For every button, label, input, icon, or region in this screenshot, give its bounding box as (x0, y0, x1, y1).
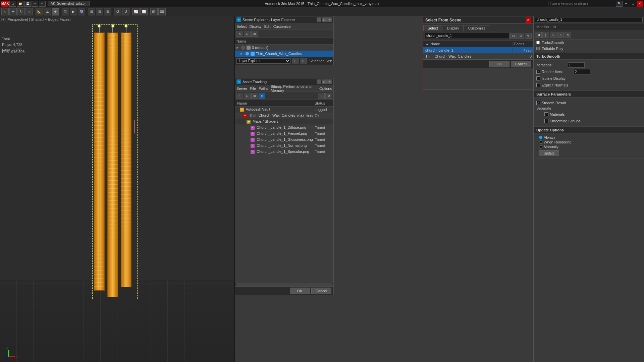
mp-render-iters-check[interactable] (536, 70, 540, 74)
sfs-row-candle[interactable]: church_candle_1 4728 (423, 47, 533, 53)
minimize-btn[interactable]: − (623, 1, 629, 7)
render-frame[interactable]: ▶ (70, 8, 77, 15)
se-menu-select[interactable]: Select (236, 24, 247, 28)
at-tool-4[interactable]: ≡ (259, 93, 265, 99)
se-foot-tool-1[interactable]: ⊡ (292, 58, 299, 64)
sfs-tab-select[interactable]: Select (423, 25, 442, 31)
layer-explorer-dropdown[interactable]: Layer Explorer (236, 58, 290, 64)
mp-radio-manually[interactable]: Manually (539, 145, 641, 149)
se-row-candles[interactable]: ▶ Thin_Church_Wax_Candles (235, 51, 333, 57)
undo-btn[interactable]: ↩ (32, 1, 38, 7)
viewport[interactable]: [+] [Perspective] | Shaded + Edged Faces… (0, 16, 235, 362)
scene-explorer-minimize[interactable]: − (317, 17, 321, 22)
mirror-tool[interactable]: ⊟ (96, 8, 103, 15)
open-btn[interactable]: 📁 (17, 1, 23, 7)
scene-explorer-close[interactable]: ✕ (327, 17, 332, 22)
sfs-name-field[interactable] (425, 33, 509, 39)
sfs-ok-button[interactable]: OK (489, 61, 509, 67)
at-tool-help[interactable]: ? (318, 93, 325, 99)
at-scrollbar-track[interactable] (236, 283, 333, 286)
at-menu-bitmap[interactable]: Bitmap Performance and Memory (271, 84, 317, 93)
at-ok-button[interactable]: OK (290, 288, 310, 294)
se-menu-edit[interactable]: Edit (264, 24, 271, 28)
mp-mod-edpoly[interactable]: Editable Poly (534, 46, 644, 52)
se-menu-customize[interactable]: Customize (273, 24, 291, 28)
mp-radio-when-rendering[interactable]: When Rendering (539, 140, 641, 144)
angle-snap[interactable]: ∠ (44, 8, 51, 15)
at-row-glossiness[interactable]: P Church_candle_1_Glossiness.png Found (235, 137, 333, 143)
search-input[interactable] (548, 1, 615, 6)
sfs-tab-customize[interactable]: Customize (464, 25, 490, 31)
curve-editor[interactable]: 📈 (132, 8, 140, 15)
at-row-normal[interactable]: P Church_candle_1_Normal.png Found (235, 143, 333, 149)
mp-smooth-check[interactable]: Smooth Result (536, 101, 566, 105)
tab-screenshot[interactable]: AK_Screenshot_wrksp_ (48, 1, 90, 6)
select-tool[interactable]: ↖ (1, 8, 9, 15)
se-tool-3[interactable]: ⊞ (251, 31, 258, 37)
at-menu-file[interactable]: File (250, 86, 256, 90)
mp-radio-always[interactable]: Always (539, 135, 641, 139)
at-row-specular[interactable]: P Church_candle_1_Specular.png Found (235, 149, 333, 155)
group-tool[interactable]: G (114, 8, 121, 15)
maximize-btn[interactable]: □ (630, 1, 636, 7)
new-btn[interactable]: □ (9, 1, 16, 7)
scale-tool[interactable]: ⤡ (25, 8, 33, 15)
mp-name-field[interactable] (535, 17, 643, 22)
dope-sheet[interactable]: 📊 (140, 8, 148, 15)
mp-materials-check[interactable]: Materials (544, 112, 565, 116)
move-tool[interactable]: ✛ (9, 8, 17, 15)
sfs-cancel-button[interactable]: Cancel (511, 61, 531, 67)
sfs-tab-display[interactable]: Display (443, 25, 464, 31)
at-tool-2[interactable]: ⊡ (244, 93, 251, 99)
scene-explorer-maximize[interactable]: □ (322, 17, 327, 22)
at-row-diffuse[interactable]: P Church_candle_1_Diffuse.png Found (235, 125, 333, 131)
active-tool[interactable]: ⊕ (52, 8, 59, 15)
save-btn[interactable]: 💾 (24, 1, 31, 7)
close-btn[interactable]: ✕ (637, 1, 643, 7)
at-cancel-button[interactable]: Cancel (311, 288, 331, 294)
mp-isoline-check[interactable]: Isoline Display (536, 76, 566, 80)
at-row-fresnel[interactable]: P Church_candle_1_Fresnel.png Found (235, 131, 333, 137)
sfs-tool-1[interactable]: ⊡ (510, 33, 517, 39)
maxscript[interactable]: ⌨ (158, 8, 166, 15)
at-minimize[interactable]: − (317, 79, 321, 84)
se-tool-1[interactable]: ✕ (236, 31, 243, 37)
se-tool-2[interactable]: ⊡ (244, 31, 251, 37)
at-menu-paths[interactable]: Paths (259, 86, 268, 90)
mp-tool-2[interactable]: | (542, 32, 549, 38)
mp-explicit-check[interactable]: Explicit Normals (536, 83, 568, 87)
align-tool[interactable]: ⊞ (88, 8, 95, 15)
at-tool-1[interactable]: ↑ (236, 93, 243, 99)
rotate-tool[interactable]: ↻ (17, 8, 25, 15)
at-row-max[interactable]: M Thin_Church_Wax_Candles_max_vray.max O… (235, 113, 333, 119)
search-icon[interactable]: 🔍 (616, 1, 623, 7)
at-scrollbar[interactable] (235, 282, 333, 286)
sfs-tool-2[interactable]: ⊞ (518, 33, 524, 39)
mp-render-iters-spinner[interactable]: 2 (573, 69, 590, 74)
material-editor[interactable]: 🔮 (78, 8, 85, 15)
se-foot-tool-2[interactable]: ⊞ (300, 58, 307, 64)
at-maximize[interactable]: □ (322, 79, 327, 84)
at-row-vault[interactable]: V Autodesk Vault Logged (235, 107, 333, 113)
at-menu-server[interactable]: Server (236, 86, 247, 90)
at-row-maps[interactable]: 📁 Maps / Shaders (235, 119, 333, 125)
at-close[interactable]: ✕ (327, 79, 332, 84)
mp-iterations-spinner[interactable]: 0 (568, 62, 585, 68)
sfs-close-button[interactable]: ✕ (526, 17, 531, 23)
sfs-tool-3[interactable]: ✎ (525, 33, 532, 39)
mp-tool-3[interactable]: ▽ (550, 32, 556, 38)
mp-tool-5[interactable]: ✕ (565, 32, 571, 38)
at-menu-options[interactable]: Options (319, 86, 332, 90)
schematic-view[interactable]: 🗐 (150, 8, 158, 15)
mp-tool-1[interactable]: ◀ (535, 32, 542, 38)
mp-update-button[interactable]: Update (539, 150, 559, 156)
mp-smoothing-check[interactable]: Smoothing Groups (544, 119, 581, 123)
mp-tool-4[interactable]: △ (557, 32, 564, 38)
sfs-row-thin[interactable]: Thin_Church_Wax_Candles 0 (423, 53, 533, 59)
at-tool-settings[interactable]: ⚙ (325, 93, 332, 99)
array-tool[interactable]: ⊠ (104, 8, 111, 15)
ungroup-tool[interactable]: U (122, 8, 129, 15)
at-tool-3[interactable]: ⊞ (251, 93, 258, 99)
snap-tool[interactable]: 📐 (36, 8, 43, 15)
mp-mod-turbosm[interactable]: TurboSmooth (534, 40, 644, 46)
